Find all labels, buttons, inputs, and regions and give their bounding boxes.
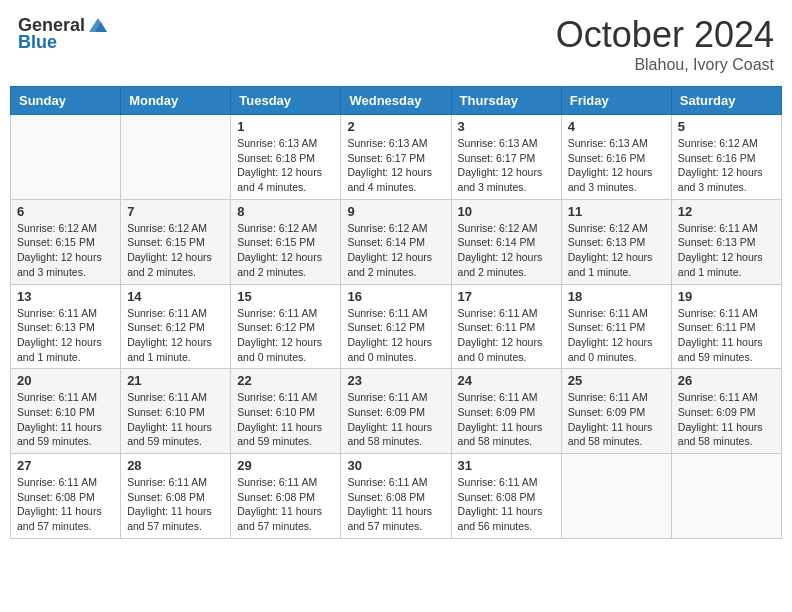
- calendar-week-row: 6Sunrise: 6:12 AM Sunset: 6:15 PM Daylig…: [11, 199, 782, 284]
- day-number: 4: [568, 119, 665, 134]
- day-info: Sunrise: 6:11 AM Sunset: 6:08 PM Dayligh…: [17, 475, 114, 534]
- weekday-header-sunday: Sunday: [11, 87, 121, 115]
- day-number: 19: [678, 289, 775, 304]
- calendar-week-row: 13Sunrise: 6:11 AM Sunset: 6:13 PM Dayli…: [11, 284, 782, 369]
- day-number: 8: [237, 204, 334, 219]
- calendar-cell: 16Sunrise: 6:11 AM Sunset: 6:12 PM Dayli…: [341, 284, 451, 369]
- day-info: Sunrise: 6:11 AM Sunset: 6:08 PM Dayligh…: [458, 475, 555, 534]
- calendar-cell: 21Sunrise: 6:11 AM Sunset: 6:10 PM Dayli…: [121, 369, 231, 454]
- calendar-cell: 6Sunrise: 6:12 AM Sunset: 6:15 PM Daylig…: [11, 199, 121, 284]
- day-number: 29: [237, 458, 334, 473]
- calendar-cell: 14Sunrise: 6:11 AM Sunset: 6:12 PM Dayli…: [121, 284, 231, 369]
- day-info: Sunrise: 6:11 AM Sunset: 6:09 PM Dayligh…: [458, 390, 555, 449]
- day-info: Sunrise: 6:12 AM Sunset: 6:15 PM Dayligh…: [127, 221, 224, 280]
- calendar-cell: 3Sunrise: 6:13 AM Sunset: 6:17 PM Daylig…: [451, 115, 561, 200]
- day-number: 15: [237, 289, 334, 304]
- day-number: 27: [17, 458, 114, 473]
- calendar-cell: 20Sunrise: 6:11 AM Sunset: 6:10 PM Dayli…: [11, 369, 121, 454]
- day-info: Sunrise: 6:11 AM Sunset: 6:10 PM Dayligh…: [17, 390, 114, 449]
- calendar-cell: 22Sunrise: 6:11 AM Sunset: 6:10 PM Dayli…: [231, 369, 341, 454]
- day-info: Sunrise: 6:13 AM Sunset: 6:17 PM Dayligh…: [347, 136, 444, 195]
- weekday-header-thursday: Thursday: [451, 87, 561, 115]
- day-number: 28: [127, 458, 224, 473]
- calendar-week-row: 20Sunrise: 6:11 AM Sunset: 6:10 PM Dayli…: [11, 369, 782, 454]
- calendar-week-row: 1Sunrise: 6:13 AM Sunset: 6:18 PM Daylig…: [11, 115, 782, 200]
- day-number: 13: [17, 289, 114, 304]
- day-info: Sunrise: 6:11 AM Sunset: 6:11 PM Dayligh…: [458, 306, 555, 365]
- calendar-cell: [561, 454, 671, 539]
- day-info: Sunrise: 6:12 AM Sunset: 6:15 PM Dayligh…: [237, 221, 334, 280]
- calendar-cell: 10Sunrise: 6:12 AM Sunset: 6:14 PM Dayli…: [451, 199, 561, 284]
- day-info: Sunrise: 6:11 AM Sunset: 6:09 PM Dayligh…: [347, 390, 444, 449]
- calendar-cell: 11Sunrise: 6:12 AM Sunset: 6:13 PM Dayli…: [561, 199, 671, 284]
- calendar-cell: 28Sunrise: 6:11 AM Sunset: 6:08 PM Dayli…: [121, 454, 231, 539]
- calendar-cell: 25Sunrise: 6:11 AM Sunset: 6:09 PM Dayli…: [561, 369, 671, 454]
- calendar-week-row: 27Sunrise: 6:11 AM Sunset: 6:08 PM Dayli…: [11, 454, 782, 539]
- weekday-header-friday: Friday: [561, 87, 671, 115]
- month-title: October 2024: [556, 14, 774, 56]
- day-number: 24: [458, 373, 555, 388]
- day-info: Sunrise: 6:11 AM Sunset: 6:08 PM Dayligh…: [127, 475, 224, 534]
- calendar-cell: 24Sunrise: 6:11 AM Sunset: 6:09 PM Dayli…: [451, 369, 561, 454]
- day-info: Sunrise: 6:11 AM Sunset: 6:09 PM Dayligh…: [678, 390, 775, 449]
- day-number: 23: [347, 373, 444, 388]
- calendar-cell: 12Sunrise: 6:11 AM Sunset: 6:13 PM Dayli…: [671, 199, 781, 284]
- day-info: Sunrise: 6:11 AM Sunset: 6:13 PM Dayligh…: [678, 221, 775, 280]
- day-number: 9: [347, 204, 444, 219]
- weekday-header-saturday: Saturday: [671, 87, 781, 115]
- day-number: 22: [237, 373, 334, 388]
- day-number: 12: [678, 204, 775, 219]
- day-number: 10: [458, 204, 555, 219]
- calendar-cell: 27Sunrise: 6:11 AM Sunset: 6:08 PM Dayli…: [11, 454, 121, 539]
- day-number: 14: [127, 289, 224, 304]
- day-info: Sunrise: 6:12 AM Sunset: 6:15 PM Dayligh…: [17, 221, 114, 280]
- day-info: Sunrise: 6:13 AM Sunset: 6:18 PM Dayligh…: [237, 136, 334, 195]
- calendar-cell: 23Sunrise: 6:11 AM Sunset: 6:09 PM Dayli…: [341, 369, 451, 454]
- day-number: 26: [678, 373, 775, 388]
- calendar-cell: 4Sunrise: 6:13 AM Sunset: 6:16 PM Daylig…: [561, 115, 671, 200]
- calendar-cell: [121, 115, 231, 200]
- weekday-header-row: SundayMondayTuesdayWednesdayThursdayFrid…: [11, 87, 782, 115]
- day-number: 16: [347, 289, 444, 304]
- day-number: 17: [458, 289, 555, 304]
- day-number: 2: [347, 119, 444, 134]
- location-title: Blahou, Ivory Coast: [556, 56, 774, 74]
- page-header: General Blue October 2024 Blahou, Ivory …: [10, 10, 782, 78]
- weekday-header-wednesday: Wednesday: [341, 87, 451, 115]
- day-info: Sunrise: 6:13 AM Sunset: 6:17 PM Dayligh…: [458, 136, 555, 195]
- day-number: 18: [568, 289, 665, 304]
- calendar-cell: 2Sunrise: 6:13 AM Sunset: 6:17 PM Daylig…: [341, 115, 451, 200]
- day-number: 31: [458, 458, 555, 473]
- day-info: Sunrise: 6:11 AM Sunset: 6:12 PM Dayligh…: [237, 306, 334, 365]
- calendar-cell: 8Sunrise: 6:12 AM Sunset: 6:15 PM Daylig…: [231, 199, 341, 284]
- day-number: 5: [678, 119, 775, 134]
- calendar-cell: 29Sunrise: 6:11 AM Sunset: 6:08 PM Dayli…: [231, 454, 341, 539]
- day-info: Sunrise: 6:11 AM Sunset: 6:11 PM Dayligh…: [568, 306, 665, 365]
- day-info: Sunrise: 6:11 AM Sunset: 6:12 PM Dayligh…: [127, 306, 224, 365]
- day-info: Sunrise: 6:11 AM Sunset: 6:10 PM Dayligh…: [127, 390, 224, 449]
- calendar-cell: 5Sunrise: 6:12 AM Sunset: 6:16 PM Daylig…: [671, 115, 781, 200]
- weekday-header-tuesday: Tuesday: [231, 87, 341, 115]
- calendar-cell: 19Sunrise: 6:11 AM Sunset: 6:11 PM Dayli…: [671, 284, 781, 369]
- day-info: Sunrise: 6:11 AM Sunset: 6:09 PM Dayligh…: [568, 390, 665, 449]
- day-number: 6: [17, 204, 114, 219]
- calendar-cell: [671, 454, 781, 539]
- day-info: Sunrise: 6:11 AM Sunset: 6:08 PM Dayligh…: [347, 475, 444, 534]
- weekday-header-monday: Monday: [121, 87, 231, 115]
- day-number: 11: [568, 204, 665, 219]
- day-number: 3: [458, 119, 555, 134]
- calendar-cell: 9Sunrise: 6:12 AM Sunset: 6:14 PM Daylig…: [341, 199, 451, 284]
- day-number: 20: [17, 373, 114, 388]
- day-number: 21: [127, 373, 224, 388]
- calendar-cell: [11, 115, 121, 200]
- day-info: Sunrise: 6:12 AM Sunset: 6:13 PM Dayligh…: [568, 221, 665, 280]
- logo: General Blue: [18, 14, 109, 53]
- logo-blue-text: Blue: [18, 32, 57, 53]
- calendar-cell: 7Sunrise: 6:12 AM Sunset: 6:15 PM Daylig…: [121, 199, 231, 284]
- day-number: 7: [127, 204, 224, 219]
- day-info: Sunrise: 6:11 AM Sunset: 6:10 PM Dayligh…: [237, 390, 334, 449]
- calendar-cell: 30Sunrise: 6:11 AM Sunset: 6:08 PM Dayli…: [341, 454, 451, 539]
- day-info: Sunrise: 6:11 AM Sunset: 6:11 PM Dayligh…: [678, 306, 775, 365]
- calendar-cell: 15Sunrise: 6:11 AM Sunset: 6:12 PM Dayli…: [231, 284, 341, 369]
- day-info: Sunrise: 6:12 AM Sunset: 6:14 PM Dayligh…: [347, 221, 444, 280]
